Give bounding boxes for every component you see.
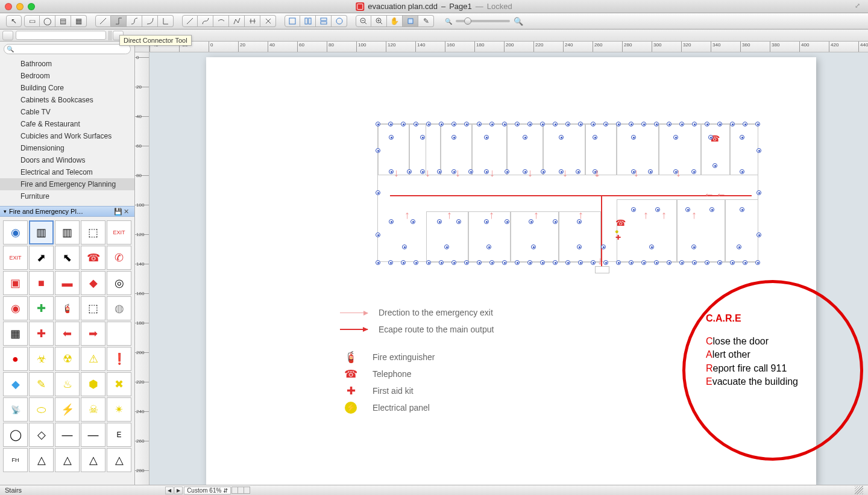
- connection-point[interactable]: [730, 260, 735, 265]
- connection-point[interactable]: [527, 260, 532, 265]
- shape-swatch[interactable]: ⬉: [55, 246, 80, 270]
- shape-swatch[interactable]: ✚: [29, 296, 54, 320]
- align-tool-2[interactable]: [300, 15, 316, 27]
- shape-swatch[interactable]: ▬: [55, 271, 80, 295]
- connection-point[interactable]: [740, 207, 744, 212]
- connection-point[interactable]: [755, 260, 760, 265]
- shape-swatch[interactable]: ➡: [81, 322, 105, 346]
- align-tool-4[interactable]: [332, 15, 347, 27]
- connection-point[interactable]: [673, 135, 678, 140]
- shape-swatch[interactable]: ✖: [107, 372, 131, 396]
- connection-point[interactable]: [437, 219, 442, 224]
- connection-point[interactable]: [641, 122, 646, 126]
- canvas-scroll[interactable]: ☎ ☎ ✚ ● ↓↓↓↓↓↓↓↓↓↓↑↑↑↑↑↑↑↑↓←← Drection t…: [149, 52, 868, 485]
- connection-point[interactable]: [486, 244, 491, 249]
- shape-swatch[interactable]: ✴: [107, 397, 131, 422]
- shape-swatch[interactable]: EXIT: [107, 220, 131, 244]
- shape-swatch[interactable]: ⬢: [81, 372, 105, 396]
- connection-point[interactable]: [553, 260, 558, 265]
- connection-point[interactable]: [603, 122, 608, 126]
- connection-point[interactable]: [692, 122, 697, 126]
- category-item[interactable]: Electrical and Telecom: [0, 166, 134, 178]
- connection-point[interactable]: [654, 260, 659, 265]
- connection-point[interactable]: [692, 260, 697, 265]
- shape-swatch[interactable]: ⬚: [81, 296, 105, 320]
- connector-tool-1[interactable]: [95, 15, 111, 27]
- connection-point[interactable]: [540, 122, 545, 126]
- connection-point[interactable]: [740, 169, 744, 174]
- close-library-icon[interactable]: ✕: [124, 208, 131, 215]
- shape-swatch[interactable]: ▥: [29, 220, 54, 244]
- connection-point[interactable]: [541, 169, 546, 174]
- next-page-button[interactable]: ▶: [174, 487, 183, 494]
- curve-tool[interactable]: [198, 15, 213, 27]
- connection-point[interactable]: [484, 135, 489, 140]
- connection-point[interactable]: [601, 244, 606, 249]
- connection-point[interactable]: [389, 135, 394, 140]
- quick-input[interactable]: [16, 31, 106, 40]
- shape-swatch[interactable]: ◆: [3, 372, 28, 396]
- connection-point[interactable]: [376, 148, 380, 153]
- connection-point[interactable]: [654, 122, 659, 126]
- connection-point[interactable]: [437, 169, 442, 174]
- shape-swatch[interactable]: [107, 322, 131, 346]
- library-search-input[interactable]: [4, 44, 131, 54]
- connection-point[interactable]: [484, 169, 489, 174]
- connection-point[interactable]: [679, 122, 684, 126]
- connection-point[interactable]: [477, 122, 482, 126]
- connection-point[interactable]: [591, 122, 596, 126]
- connection-point[interactable]: [388, 260, 393, 265]
- shape-swatch[interactable]: ◉: [3, 296, 28, 320]
- shape-swatch[interactable]: —: [81, 423, 105, 447]
- connection-point[interactable]: [576, 169, 580, 174]
- connection-point[interactable]: [439, 122, 444, 126]
- prev-page-button[interactable]: ◀: [165, 487, 174, 494]
- connection-point[interactable]: [376, 232, 380, 237]
- smart-connector-tool[interactable]: [127, 15, 142, 27]
- shape-swatch[interactable]: ◎: [107, 271, 131, 295]
- connection-point[interactable]: [531, 244, 536, 249]
- line-tool[interactable]: [182, 15, 198, 27]
- connection-point[interactable]: [756, 190, 761, 195]
- zoom-slider[interactable]: 🔍 🔍: [445, 17, 523, 26]
- page-tabs[interactable]: [232, 487, 250, 494]
- ellipse-tool[interactable]: ◯: [40, 15, 55, 27]
- resize-grip-icon[interactable]: [855, 486, 863, 494]
- snap-tool[interactable]: [403, 15, 418, 27]
- connection-point[interactable]: [577, 244, 582, 249]
- connection-point[interactable]: [691, 169, 696, 174]
- connection-point[interactable]: [717, 260, 722, 265]
- connection-point[interactable]: [502, 122, 507, 126]
- zoom-in-icon[interactable]: 🔍: [514, 17, 523, 26]
- connection-point[interactable]: [691, 244, 696, 249]
- connection-point[interactable]: [515, 260, 520, 265]
- connection-point[interactable]: [389, 169, 394, 174]
- connection-point[interactable]: [616, 260, 621, 265]
- shape-swatch[interactable]: ♨: [55, 372, 80, 396]
- shape-swatch[interactable]: ⬅: [55, 322, 80, 346]
- connection-point[interactable]: [484, 219, 489, 224]
- shape-swatch[interactable]: ◯: [3, 423, 28, 447]
- rect-tool[interactable]: ▭: [24, 15, 40, 27]
- zoom-out-tool[interactable]: [356, 15, 371, 27]
- shape-swatch[interactable]: ⬚: [81, 220, 105, 244]
- shape-swatch[interactable]: ◍: [107, 296, 131, 320]
- shape-swatch[interactable]: △: [81, 448, 105, 472]
- shape-swatch[interactable]: FH: [3, 448, 28, 472]
- connection-point[interactable]: [756, 232, 761, 237]
- connection-point[interactable]: [641, 260, 646, 265]
- zoom-window-button[interactable]: [28, 3, 35, 10]
- shape-swatch[interactable]: ✆: [107, 246, 131, 270]
- shape-swatch[interactable]: ⚡: [55, 397, 80, 422]
- connection-point[interactable]: [709, 207, 714, 212]
- connection-point[interactable]: [648, 169, 653, 174]
- shape-swatch[interactable]: ☠: [81, 397, 105, 422]
- connection-point[interactable]: [685, 207, 690, 212]
- spline-tool[interactable]: [213, 15, 229, 27]
- connection-point[interactable]: [407, 169, 412, 174]
- shape-swatch[interactable]: ◉: [3, 220, 28, 244]
- connection-point[interactable]: [451, 260, 456, 265]
- connection-point[interactable]: [743, 260, 747, 265]
- connection-point[interactable]: [593, 135, 597, 140]
- connection-point[interactable]: [401, 122, 406, 126]
